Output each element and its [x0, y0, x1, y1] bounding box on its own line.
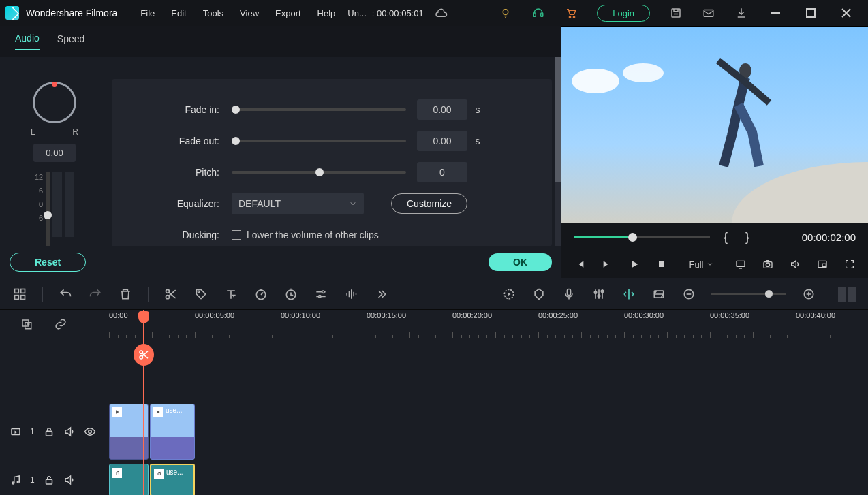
reset-button[interactable]: Reset — [10, 253, 86, 272]
cart-icon[interactable] — [563, 5, 579, 21]
pitch-slider[interactable] — [232, 171, 406, 174]
more-button[interactable] — [373, 287, 388, 302]
fadeout-label: Fade out: — [112, 135, 232, 146]
redo-button[interactable] — [88, 287, 103, 302]
tab-speed[interactable]: Speed — [57, 33, 84, 50]
equalizer-value: DEFAULT — [238, 198, 281, 209]
cut-mode-button[interactable] — [621, 287, 636, 302]
audio-levels-button[interactable] — [343, 287, 358, 302]
volume-meter[interactable]: 12 6 0 -6 — [35, 172, 74, 246]
save-icon[interactable] — [668, 5, 684, 21]
fadeout-slider[interactable] — [232, 140, 406, 142]
download-icon[interactable] — [733, 5, 749, 21]
mail-icon[interactable] — [700, 5, 717, 21]
ducking-checkbox[interactable] — [232, 230, 241, 240]
display-icon[interactable] — [735, 258, 747, 270]
preview-clouds — [568, 47, 691, 101]
login-button[interactable]: Login — [597, 5, 650, 22]
window-close-button[interactable] — [838, 5, 854, 21]
ratio-button[interactable] — [651, 287, 666, 302]
zoom-slider[interactable] — [711, 293, 786, 295]
svg-point-42 — [12, 482, 14, 484]
split-button[interactable] — [164, 287, 179, 302]
text-button[interactable] — [223, 287, 238, 302]
duration-button[interactable] — [283, 287, 298, 302]
fullscreen-icon[interactable] — [843, 258, 856, 270]
delete-button[interactable] — [118, 287, 133, 302]
link-button[interactable] — [53, 317, 68, 332]
mark-in-button[interactable]: { — [719, 230, 732, 244]
playhead[interactable] — [143, 310, 144, 495]
fadeout-value[interactable]: 0.00 — [417, 131, 467, 151]
timeline-ruler[interactable]: 00:0000:00:05:0000:00:10:0000:00:15:0000… — [109, 310, 868, 338]
mark-out-button[interactable]: } — [741, 230, 754, 244]
undo-button[interactable] — [58, 287, 73, 302]
cloud-icon[interactable] — [433, 5, 450, 21]
marker-button[interactable] — [531, 287, 546, 302]
audio-track-icon[interactable] — [10, 474, 22, 486]
tip-icon[interactable] — [497, 5, 514, 21]
speed-button[interactable] — [253, 287, 268, 302]
preview-viewport[interactable] — [561, 26, 868, 223]
svg-rect-7 — [807, 9, 815, 17]
ok-button[interactable]: OK — [489, 253, 552, 271]
video-track-icon[interactable] — [10, 426, 22, 438]
mixer-button[interactable] — [591, 287, 606, 302]
support-icon[interactable] — [530, 5, 546, 21]
lock-audio-button[interactable] — [43, 474, 55, 486]
menu-edit[interactable]: Edit — [164, 5, 193, 21]
menu-help[interactable]: Help — [311, 5, 343, 21]
snapshot-icon[interactable] — [762, 258, 774, 270]
visibility-track-button[interactable] — [84, 426, 96, 438]
scissor-icon[interactable] — [134, 344, 154, 366]
mute-track-button[interactable] — [63, 426, 76, 438]
fadein-slider[interactable] — [232, 108, 406, 111]
tag-button[interactable] — [193, 287, 208, 302]
play-button[interactable] — [628, 258, 640, 270]
svg-rect-1 — [533, 13, 536, 16]
menu-export[interactable]: Export — [268, 5, 308, 21]
svg-rect-5 — [672, 9, 680, 17]
voiceover-button[interactable] — [561, 287, 576, 302]
zoom-fit-button[interactable] — [838, 287, 856, 302]
video-clip-2[interactable]: use... — [150, 404, 195, 460]
zoom-in-button[interactable] — [801, 287, 816, 302]
preview-dome — [732, 148, 868, 223]
add-track-button[interactable] — [19, 317, 34, 332]
tab-audio[interactable]: Audio — [15, 33, 40, 50]
menu-file[interactable]: File — [134, 5, 161, 21]
pitch-value[interactable]: 0 — [417, 162, 467, 182]
volume-slider[interactable] — [46, 172, 50, 246]
svg-point-24 — [198, 291, 200, 293]
pan-value[interactable]: 0.00 — [33, 144, 75, 162]
project-duration: : 00:00:05:01 — [372, 8, 424, 18]
menu-tools[interactable]: Tools — [196, 5, 230, 21]
prev-frame-button[interactable] — [574, 258, 586, 270]
next-frame-button[interactable] — [601, 258, 613, 270]
video-track[interactable]: use... — [109, 400, 868, 464]
stop-button[interactable] — [655, 258, 668, 270]
svg-point-9 — [732, 162, 868, 223]
adjust-button[interactable] — [313, 287, 328, 302]
zoom-out-button[interactable] — [681, 287, 696, 302]
window-minimize-button[interactable] — [767, 5, 784, 21]
audio-track[interactable]: use... — [109, 464, 868, 495]
mute-audio-button[interactable] — [63, 474, 76, 486]
audio-clip-2[interactable]: use... — [150, 464, 195, 495]
seek-bar[interactable] — [574, 236, 710, 238]
equalizer-select[interactable]: DEFAULT — [232, 193, 364, 214]
pan-knob[interactable] — [33, 82, 76, 123]
customize-button[interactable]: Customize — [391, 193, 467, 214]
fadeout-unit: s — [467, 135, 488, 146]
pip-icon[interactable] — [816, 258, 828, 270]
render-button[interactable] — [501, 287, 516, 302]
preview-size-select[interactable]: Full — [689, 259, 713, 270]
panel-scrollbar[interactable] — [555, 57, 561, 246]
window-maximize-button[interactable] — [803, 5, 819, 21]
layout-icon[interactable] — [12, 287, 27, 302]
timecode-display[interactable]: 00:00:02:00 — [802, 231, 856, 243]
fadein-value[interactable]: 0.00 — [417, 99, 467, 120]
volume-icon[interactable] — [789, 258, 801, 270]
lock-track-button[interactable] — [43, 426, 55, 438]
menu-view[interactable]: View — [233, 5, 266, 21]
